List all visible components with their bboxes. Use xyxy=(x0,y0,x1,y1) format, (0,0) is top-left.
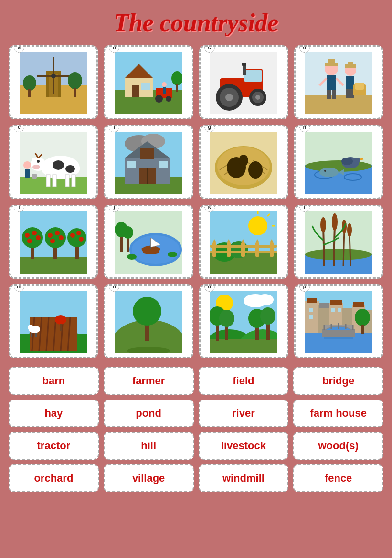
svg-rect-210 xyxy=(307,298,317,303)
word-grid: barnfarmerfieldbridgehaypondriverfarm ho… xyxy=(9,367,383,492)
svg-point-133 xyxy=(123,226,133,239)
svg-rect-23 xyxy=(176,84,178,92)
svg-point-123 xyxy=(50,239,55,243)
svg-rect-45 xyxy=(332,90,336,99)
svg-rect-186 xyxy=(35,333,37,337)
svg-point-20 xyxy=(155,95,163,103)
svg-line-167 xyxy=(343,228,344,266)
svg-rect-231 xyxy=(324,337,353,339)
svg-point-11 xyxy=(23,75,36,91)
svg-point-109 xyxy=(341,158,353,165)
svg-rect-153 xyxy=(255,242,259,257)
word-card-8: tractor xyxy=(9,432,99,460)
svg-point-207 xyxy=(260,307,275,325)
card-a: a xyxy=(9,45,98,119)
svg-rect-111 xyxy=(20,257,87,274)
card-o: o xyxy=(199,284,288,358)
svg-rect-151 xyxy=(227,242,231,257)
svg-point-37 xyxy=(242,63,246,66)
svg-point-191 xyxy=(133,297,161,326)
svg-point-67 xyxy=(32,165,40,169)
svg-point-32 xyxy=(225,94,233,101)
card-n: n xyxy=(104,284,193,358)
svg-point-121 xyxy=(55,231,60,235)
svg-rect-50 xyxy=(348,62,353,66)
svg-point-122 xyxy=(59,235,64,240)
svg-point-181 xyxy=(55,315,66,325)
card-i: i xyxy=(9,205,98,279)
word-card-2: field xyxy=(199,367,289,395)
svg-rect-219 xyxy=(309,308,313,312)
card-h: h xyxy=(294,125,383,199)
svg-point-139 xyxy=(127,254,137,260)
svg-rect-214 xyxy=(330,300,342,305)
svg-rect-150 xyxy=(212,242,216,257)
svg-point-127 xyxy=(76,231,81,235)
svg-point-138 xyxy=(168,252,177,257)
svg-rect-233 xyxy=(361,325,364,334)
card-p: p xyxy=(294,284,383,358)
svg-rect-39 xyxy=(305,95,372,114)
word-card-3: bridge xyxy=(293,367,383,395)
word-card-10: livestock xyxy=(199,432,289,460)
svg-rect-182 xyxy=(60,324,62,331)
svg-point-8 xyxy=(51,74,56,78)
svg-point-166 xyxy=(332,213,338,231)
svg-point-164 xyxy=(320,217,326,232)
svg-rect-73 xyxy=(25,169,30,178)
svg-point-35 xyxy=(255,95,260,100)
svg-point-61 xyxy=(65,165,75,173)
card-b: b xyxy=(104,45,193,119)
svg-point-126 xyxy=(70,233,75,238)
word-card-12: orchard xyxy=(9,464,99,492)
svg-rect-217 xyxy=(353,302,364,307)
svg-rect-222 xyxy=(338,308,341,312)
svg-point-128 xyxy=(79,237,84,242)
word-card-15: fence xyxy=(293,464,383,492)
svg-point-170 xyxy=(347,223,352,237)
svg-rect-64 xyxy=(65,175,69,187)
svg-point-232 xyxy=(355,309,370,326)
svg-rect-18 xyxy=(141,83,150,90)
svg-rect-152 xyxy=(241,242,245,257)
svg-rect-212 xyxy=(319,303,329,308)
svg-rect-12 xyxy=(28,89,31,97)
svg-point-203 xyxy=(219,310,234,327)
svg-rect-10 xyxy=(74,88,76,97)
svg-point-115 xyxy=(32,231,37,235)
svg-rect-55 xyxy=(355,83,364,90)
svg-point-9 xyxy=(68,72,82,89)
svg-rect-44 xyxy=(327,90,331,99)
svg-rect-199 xyxy=(210,339,277,353)
svg-point-69 xyxy=(37,160,40,163)
card-k: k xyxy=(199,205,288,279)
svg-point-72 xyxy=(23,161,31,169)
svg-rect-29 xyxy=(244,70,262,82)
page-title: The countryside xyxy=(114,9,278,37)
svg-rect-221 xyxy=(331,308,335,312)
svg-rect-154 xyxy=(270,242,274,257)
svg-point-117 xyxy=(27,239,32,243)
image-grid: a b xyxy=(9,45,383,358)
word-card-9: hill xyxy=(104,432,194,460)
svg-point-125 xyxy=(67,228,86,247)
svg-line-108 xyxy=(360,159,363,159)
svg-point-96 xyxy=(239,155,248,166)
svg-rect-43 xyxy=(327,75,336,90)
svg-point-104 xyxy=(324,170,326,172)
svg-point-24 xyxy=(162,82,167,87)
svg-point-120 xyxy=(48,233,53,238)
svg-rect-185 xyxy=(31,333,32,337)
card-l: l xyxy=(294,205,383,279)
svg-rect-63 xyxy=(53,175,56,187)
word-card-0: barn xyxy=(9,367,99,395)
card-f: f xyxy=(104,125,193,199)
svg-point-141 xyxy=(248,216,267,235)
word-card-1: farmer xyxy=(104,367,194,395)
word-card-7: farm house xyxy=(293,400,383,427)
svg-rect-52 xyxy=(346,89,350,98)
svg-point-147 xyxy=(229,241,248,258)
svg-rect-74 xyxy=(32,174,37,179)
word-card-14: windmill xyxy=(199,464,289,492)
svg-point-114 xyxy=(25,233,30,238)
